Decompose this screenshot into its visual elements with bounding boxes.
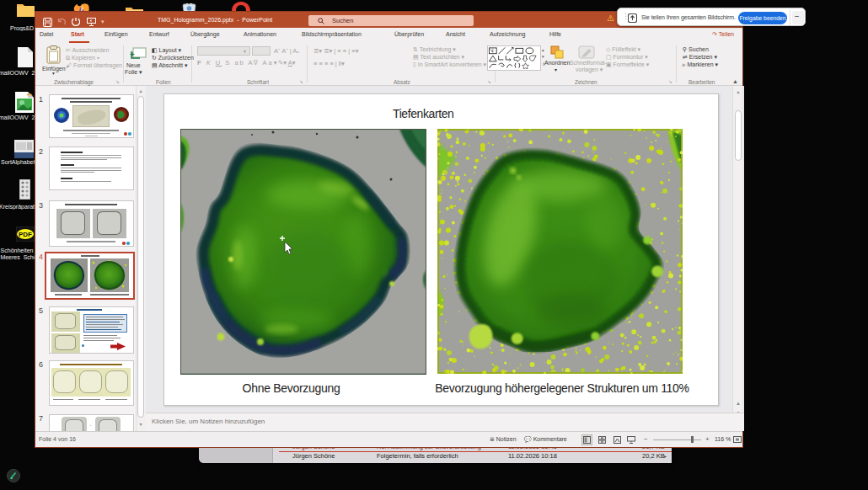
svg-text:PDF: PDF xyxy=(19,231,32,238)
